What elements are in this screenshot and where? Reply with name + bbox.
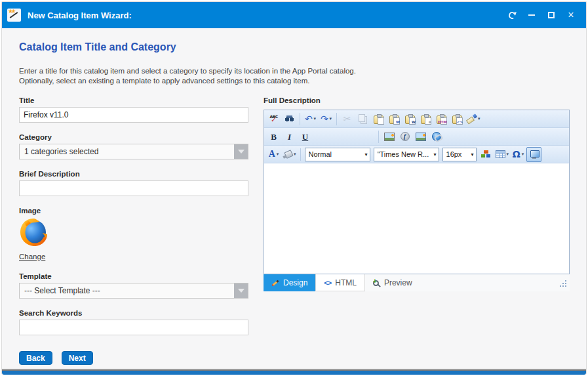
category-dropdown-button[interactable] [234, 144, 248, 159]
paste-as-html-button[interactable]: HTML [434, 112, 449, 127]
justify-button[interactable] [329, 129, 344, 144]
tab-preview[interactable]: Preview [365, 274, 420, 291]
maximize-button[interactable] [541, 5, 561, 25]
redo-icon: ↷ [321, 114, 328, 123]
close-button[interactable]: × [561, 5, 581, 25]
copy-button[interactable] [355, 112, 370, 127]
title-bar: New Catalog Item Wizard: × [2, 2, 586, 28]
insert-flash-button[interactable]: f [397, 129, 412, 144]
spellcheck-button[interactable]: ABC✓ [266, 112, 281, 127]
insert-image-button[interactable] [382, 129, 397, 144]
category-dropdown[interactable]: 1 categories selected [19, 144, 248, 159]
paste-html-button[interactable]: <> [450, 112, 465, 127]
paste-plain-text-button[interactable]: ≡ [418, 112, 433, 127]
magnifier-icon [373, 280, 379, 286]
page-title: Catalog Item Title and Category [19, 41, 176, 53]
toggle-screen-mode-icon [530, 150, 539, 159]
format-stripper-button[interactable]: ▾ [465, 112, 482, 127]
title-input[interactable] [19, 107, 248, 123]
chevron-down-icon: ▾ [294, 152, 296, 157]
apply-css-class-button[interactable] [479, 147, 494, 162]
underline-icon: U [302, 133, 308, 141]
tab-design[interactable]: Design [264, 274, 315, 291]
wizard-app-icon [7, 9, 21, 22]
font-name-select[interactable]: "Times New R...▾ [374, 148, 439, 161]
code-tag-icon: <> [324, 279, 331, 287]
search-keywords-input[interactable] [19, 320, 248, 335]
bold-icon: B [271, 133, 277, 141]
apply-css-class-icon [481, 150, 491, 158]
paste-html-icon: <> [452, 115, 462, 124]
paragraph-style-value: Normal [309, 150, 363, 158]
checkmark-icon: ✓ [271, 117, 276, 123]
foreground-color-icon: A [269, 150, 275, 159]
full-description-label: Full Description [264, 96, 570, 104]
toggle-screen-mode-button[interactable] [526, 147, 541, 162]
search-keywords-label: Search Keywords [19, 309, 248, 317]
paragraph-style-select[interactable]: Normal▾ [305, 148, 370, 161]
align-right-button[interactable] [361, 129, 376, 144]
copy-icon [359, 114, 365, 122]
insert-table-button[interactable]: ▾ [494, 147, 511, 162]
template-label: Template [19, 272, 248, 280]
paste-from-word-icon: W [389, 115, 399, 124]
chevron-down-icon: ▾ [507, 152, 509, 157]
paste-badge: HTML [438, 121, 447, 125]
undo-icon: ↶ [305, 114, 313, 123]
insert-symbol-button[interactable]: Ω▾ [511, 147, 526, 162]
tab-html[interactable]: <> HTML [315, 274, 365, 291]
image-manager-button[interactable] [413, 129, 428, 144]
window-title: New Catalog Item Wizard: [28, 10, 502, 20]
paste-from-word-strip-font-button[interactable]: W [402, 112, 418, 127]
template-dropdown-button[interactable] [234, 283, 248, 298]
italic-button[interactable]: I [282, 129, 297, 144]
find-and-replace-button[interactable] [282, 112, 297, 127]
font-size-select[interactable]: 16px▾ [442, 148, 477, 161]
chevron-down-icon: ▾ [522, 152, 524, 157]
foreground-color-button[interactable]: A▾ [266, 147, 281, 162]
spellcheck-icon: ABC✓ [269, 115, 277, 123]
paste-from-word-button[interactable]: W [387, 112, 402, 127]
cut-button[interactable]: ✂ [340, 112, 355, 127]
align-left-button[interactable] [345, 129, 360, 144]
back-button[interactable]: Back [19, 351, 52, 365]
change-image-link[interactable]: Change [19, 253, 45, 261]
insert-table-icon [496, 150, 505, 158]
catalog-item-image [19, 217, 248, 249]
insert-image-icon [384, 133, 395, 141]
redo-button[interactable]: ↷▾ [319, 112, 334, 127]
paste-badge: W [412, 121, 416, 125]
full-description-section: Full Description ABC✓↶▾↷▾✂WW≡HTML<>▾ BIU… [264, 96, 570, 291]
paste-as-html-icon: HTML [437, 115, 446, 124]
category-label: Category [19, 133, 248, 141]
align-center-button[interactable] [313, 129, 328, 144]
toolbar-separator [300, 113, 300, 125]
undo-button[interactable]: ↶▾ [303, 112, 318, 127]
bold-button[interactable]: B [266, 129, 281, 144]
refresh-button[interactable] [502, 5, 522, 25]
format-stripper-icon [467, 114, 477, 124]
background-color-button[interactable]: ▾ [282, 147, 298, 162]
chevron-down-icon: ▾ [330, 116, 332, 121]
paste-icon [374, 115, 383, 124]
underline-button[interactable]: U [298, 129, 313, 144]
toolbar-separator [300, 148, 301, 161]
paste-badge: <> [457, 121, 463, 125]
editor-resize-grip[interactable] [565, 285, 566, 287]
template-dropdown[interactable]: --- Select Template --- [19, 283, 248, 299]
brief-description-input[interactable] [19, 180, 248, 196]
italic-icon: I [288, 133, 291, 141]
firefox-logo [19, 217, 48, 246]
pencil-icon [271, 280, 279, 286]
next-button[interactable]: Next [62, 351, 93, 365]
font-size-value: 16px [446, 150, 469, 158]
editor-content-area[interactable] [264, 163, 569, 274]
insert-hyperlink-button[interactable] [429, 129, 444, 144]
minimize-button[interactable] [522, 5, 541, 25]
paste-button[interactable] [371, 112, 386, 127]
paste-plain-text-icon: ≡ [421, 115, 431, 124]
category-value: 1 categories selected [24, 147, 98, 156]
wizard-window: New Catalog Item Wizard: × Catalog Item … [1, 1, 587, 375]
intro-text: Enter a title for this catalog item and … [19, 66, 356, 86]
insert-symbol-icon: Ω [513, 150, 520, 159]
